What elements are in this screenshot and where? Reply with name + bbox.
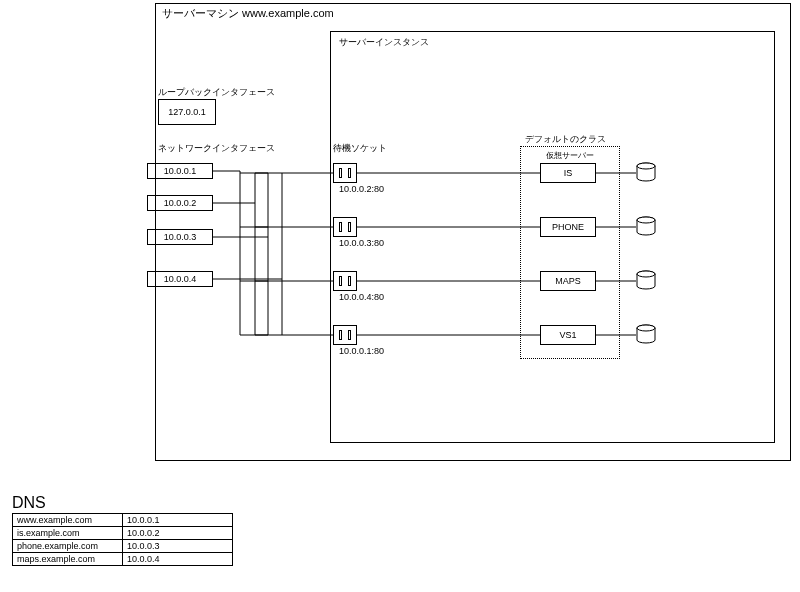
loopback-ip: 127.0.0.1 [168,107,206,117]
loopback-label: ループバックインタフェース [158,86,275,99]
pin-icon [348,168,351,178]
nif-4: 10.0.0.4 [147,271,213,287]
socket-2-addr: 10.0.0.3:80 [339,238,384,248]
pin-icon [339,222,342,232]
vs-phone: PHONE [540,217,596,237]
server-instance-title: サーバーインスタンス [339,36,429,49]
loopback-ip-box: 127.0.0.1 [158,99,216,125]
nif-3: 10.0.0.3 [147,229,213,245]
virtual-servers-label: 仮想サーバー [546,150,594,161]
svg-point-7 [637,325,655,331]
svg-point-3 [637,217,655,223]
database-icon [636,216,656,236]
vs-vs1: VS1 [540,325,596,345]
socket-1 [333,163,357,183]
socket-4-addr: 10.0.0.1:80 [339,346,384,356]
svg-point-5 [637,271,655,277]
svg-point-1 [637,163,655,169]
socket-2 [333,217,357,237]
network-interfaces-label: ネットワークインタフェース [158,142,275,155]
socket-4 [333,325,357,345]
default-class-label: デフォルトのクラス [525,133,606,146]
table-row: is.example.com10.0.0.2 [13,527,233,540]
pin-icon [339,168,342,178]
table-row: maps.example.com10.0.0.4 [13,553,233,566]
pin-icon [348,222,351,232]
table-row: www.example.com10.0.0.1 [13,514,233,527]
socket-3-addr: 10.0.0.4:80 [339,292,384,302]
server-machine-title: サーバーマシン www.example.com [162,6,334,21]
pin-icon [348,276,351,286]
vs-maps: MAPS [540,271,596,291]
nif-1: 10.0.0.1 [147,163,213,179]
database-icon [636,324,656,344]
database-icon [636,270,656,290]
socket-1-addr: 10.0.0.2:80 [339,184,384,194]
nif-2: 10.0.0.2 [147,195,213,211]
socket-3 [333,271,357,291]
pin-icon [339,330,342,340]
database-icon [636,162,656,182]
vs-is: IS [540,163,596,183]
pin-icon [348,330,351,340]
dns-table: www.example.com10.0.0.1 is.example.com10… [12,513,233,566]
table-row: phone.example.com10.0.0.3 [13,540,233,553]
listen-sockets-label: 待機ソケット [333,142,387,155]
dns-title: DNS [12,494,46,512]
pin-icon [339,276,342,286]
